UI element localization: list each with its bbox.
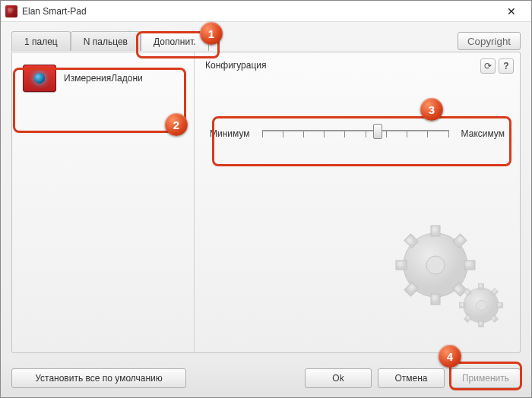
- section-title: Конфигурация: [205, 60, 509, 71]
- sidebar-item-palm-measurement[interactable]: ИзмеренияЛадони: [20, 60, 186, 96]
- sidebar-item-label: ИзмеренияЛадони: [64, 73, 143, 84]
- svg-rect-11: [479, 283, 484, 289]
- svg-rect-12: [479, 321, 484, 327]
- svg-rect-2: [431, 294, 440, 305]
- footer: Установить все по умолчанию Ok Отмена Пр…: [1, 359, 531, 397]
- touchpad-eye-icon: [23, 65, 56, 92]
- svg-rect-6: [404, 283, 418, 296]
- slider-max-label: Максимум: [461, 128, 505, 139]
- svg-point-10: [464, 288, 499, 323]
- svg-rect-5: [453, 234, 467, 248]
- svg-point-9: [426, 256, 445, 274]
- gears-decoration-icon: [394, 223, 508, 330]
- body: 1 палец N пальцев Дополнит. Copyright Из…: [1, 22, 531, 359]
- svg-rect-17: [464, 288, 471, 295]
- svg-rect-14: [497, 303, 503, 308]
- tab-additional[interactable]: Дополнит.: [141, 31, 209, 51]
- svg-rect-15: [490, 288, 498, 295]
- svg-rect-18: [490, 314, 498, 322]
- slider-thumb[interactable]: [373, 124, 382, 139]
- svg-point-0: [404, 233, 467, 297]
- help-icon[interactable]: ?: [499, 58, 514, 74]
- slider-min-label: Минимум: [210, 128, 250, 139]
- restore-defaults-button[interactable]: Установить все по умолчанию: [11, 368, 186, 388]
- apply-button[interactable]: Применить: [451, 368, 521, 388]
- svg-rect-16: [464, 314, 471, 322]
- ok-button[interactable]: Ok: [305, 368, 372, 388]
- tab-finger-1[interactable]: 1 палец: [11, 31, 71, 51]
- svg-rect-7: [404, 234, 418, 248]
- copyright-button[interactable]: Copyright: [458, 32, 521, 50]
- window: Elan Smart-Pad ✕ 1 палец N пальцев Допол…: [0, 0, 532, 398]
- svg-point-19: [476, 300, 486, 310]
- svg-rect-8: [453, 283, 467, 296]
- content: ИзмеренияЛадони Конфигурация ⟳ ? Минимум: [11, 52, 521, 353]
- close-icon[interactable]: ✕: [496, 1, 527, 21]
- svg-rect-3: [396, 261, 407, 270]
- palm-size-slider: Минимум Максимум: [205, 124, 509, 144]
- main-panel: Конфигурация ⟳ ? Минимум Максимум: [195, 52, 520, 352]
- window-title: Elan Smart-Pad: [22, 6, 87, 17]
- tabbar: 1 палец N пальцев Дополнит. Copyright: [11, 30, 521, 52]
- svg-rect-4: [464, 261, 475, 270]
- refresh-icon[interactable]: ⟳: [480, 58, 496, 74]
- svg-rect-13: [459, 303, 465, 308]
- titlebar: Elan Smart-Pad ✕: [1, 1, 531, 22]
- cancel-button[interactable]: Отмена: [378, 368, 445, 388]
- tab-finger-n[interactable]: N пальцев: [71, 31, 141, 51]
- app-icon: [5, 5, 17, 17]
- svg-rect-1: [431, 226, 440, 236]
- sidebar: ИзмеренияЛадони: [12, 52, 195, 352]
- slider-track[interactable]: [262, 124, 449, 144]
